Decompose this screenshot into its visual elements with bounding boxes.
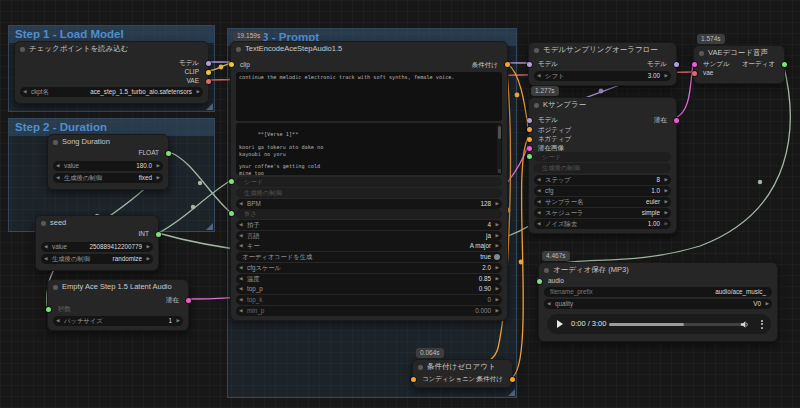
widget-top-k[interactable]: ◀ top_k 0 ▶ bbox=[236, 295, 502, 305]
play-button-icon[interactable] bbox=[557, 320, 563, 328]
arrow-right-icon[interactable]: ▶ bbox=[146, 242, 150, 252]
arrow-right-icon[interactable]: ▶ bbox=[495, 284, 499, 294]
widget-cfg-scale[interactable]: ◀ cfgスケール 2.0 ▶ bbox=[236, 263, 502, 273]
collapse-dot-icon[interactable] bbox=[544, 268, 549, 273]
node-ksampler[interactable]: Kサンプラー モデル 潜在 ポジティブ ネガティブ 潜在画像 シード 生成後の制… bbox=[528, 97, 677, 234]
arrow-left-icon[interactable]: ◀ bbox=[239, 274, 243, 284]
arrow-left-icon[interactable]: ◀ bbox=[547, 299, 551, 309]
arrow-left-icon[interactable]: ◀ bbox=[537, 71, 541, 81]
arrow-right-icon[interactable]: ▶ bbox=[495, 241, 499, 251]
lyrics-textarea[interactable]: **[Verse 1]** koori ga tokeru oto dake n… bbox=[236, 123, 502, 175]
input-port-samples[interactable] bbox=[692, 62, 697, 67]
output-port-model[interactable] bbox=[674, 62, 679, 67]
widget-bpm[interactable]: ◀ BPM 128 ▶ bbox=[236, 199, 502, 209]
widget-generate-audio-codes-toggle[interactable]: オーディオコードを生成 true bbox=[236, 252, 502, 262]
arrow-right-icon[interactable]: ▶ bbox=[664, 197, 668, 207]
widget-ckpt-name[interactable]: ◀ ckpt名 ace_step_1.5_turbo_aio.safetenso… bbox=[20, 87, 203, 97]
arrow-left-icon[interactable]: ◀ bbox=[239, 295, 243, 305]
arrow-left-icon[interactable]: ◀ bbox=[537, 186, 541, 196]
input-port-audio[interactable] bbox=[537, 279, 542, 284]
arrow-left-icon[interactable]: ◀ bbox=[239, 306, 243, 316]
arrow-left-icon[interactable]: ◀ bbox=[537, 197, 541, 207]
output-port-conditioning[interactable] bbox=[505, 62, 510, 67]
node-title-bar[interactable]: オーディオ保存 (MP3) bbox=[539, 263, 777, 276]
arrow-left-icon[interactable]: ◀ bbox=[239, 284, 243, 294]
widget-denoise[interactable]: ◀ ノイズ除去 1.00 ▶ bbox=[534, 219, 671, 229]
node-title-bar[interactable]: Song Duration bbox=[48, 135, 168, 148]
node-title-bar[interactable]: Kサンプラー bbox=[529, 98, 676, 111]
input-port-positive[interactable] bbox=[527, 127, 532, 132]
output-port-float[interactable] bbox=[166, 151, 171, 156]
node-seed[interactable]: seed INT ◀ value 250889412200779 ▶ ◀ 生成後… bbox=[35, 215, 159, 271]
arrow-left-icon[interactable]: ◀ bbox=[239, 231, 243, 241]
node-save-audio-mp3[interactable]: オーディオ保存 (MP3) audio filename_prefix audi… bbox=[538, 262, 778, 342]
arrow-left-icon[interactable]: ◀ bbox=[239, 263, 243, 273]
arrow-right-icon[interactable]: ▶ bbox=[196, 87, 200, 97]
widget-control-after-generate[interactable]: ◀ 生成後の制御 fixed ▶ bbox=[53, 173, 163, 183]
widget-scheduler[interactable]: ◀ スケジューラ simple ▶ bbox=[534, 208, 671, 218]
input-port-clip[interactable] bbox=[229, 62, 234, 67]
widget-control-after-generate[interactable]: ◀ 生成後の制御 randomize ▶ bbox=[41, 254, 153, 264]
audio-player[interactable]: 0:00 / 3:00 bbox=[547, 314, 771, 334]
output-port-latent[interactable] bbox=[674, 118, 679, 123]
input-port-negative[interactable] bbox=[527, 137, 532, 142]
widget-cfg[interactable]: ◀ cfg 1.0 ▶ bbox=[534, 186, 671, 196]
input-port-model[interactable] bbox=[527, 62, 532, 67]
node-model-sampling-auraflow[interactable]: モデルサンプリングオーラフロー モデル モデル ◀ シフト 3.00 ▶ bbox=[528, 42, 677, 86]
arrow-right-icon[interactable]: ▶ bbox=[495, 263, 499, 273]
widget-quality[interactable]: ◀ quality V0 ▶ bbox=[544, 299, 772, 309]
player-menu-icon[interactable] bbox=[761, 320, 763, 331]
scrollbar[interactable] bbox=[497, 124, 501, 174]
scrollbar-thumb[interactable] bbox=[498, 126, 501, 139]
arrow-right-icon[interactable]: ▶ bbox=[664, 175, 668, 185]
collapse-dot-icon[interactable] bbox=[20, 47, 25, 52]
collapse-dot-icon[interactable] bbox=[534, 103, 539, 108]
node-title-bar[interactable]: VAEデコード音声 bbox=[694, 46, 784, 59]
arrow-left-icon[interactable]: ◀ bbox=[56, 173, 60, 183]
arrow-left-icon[interactable]: ◀ bbox=[239, 241, 243, 251]
input-port-vae[interactable] bbox=[692, 71, 697, 76]
arrow-right-icon[interactable]: ▶ bbox=[495, 306, 499, 316]
output-port-int[interactable] bbox=[156, 232, 161, 237]
widget-seed-input[interactable]: シード bbox=[236, 177, 502, 187]
collapse-dot-icon[interactable] bbox=[53, 140, 58, 145]
arrow-left-icon[interactable]: ◀ bbox=[239, 220, 243, 230]
widget-seed-value[interactable]: ◀ value 250889412200779 ▶ bbox=[41, 242, 153, 252]
arrow-left-icon[interactable]: ◀ bbox=[23, 87, 27, 97]
arrow-right-icon[interactable]: ▶ bbox=[495, 295, 499, 305]
widget-length-input[interactable]: 長さ bbox=[236, 209, 502, 219]
volume-icon[interactable] bbox=[740, 320, 749, 329]
arrow-right-icon[interactable]: ▶ bbox=[495, 231, 499, 241]
output-port-clip[interactable] bbox=[206, 70, 211, 75]
node-load-checkpoint[interactable]: チェックポイントを読み込む モデル CLIP VAE ◀ ckpt名 ace_s… bbox=[14, 41, 209, 104]
widget-sampler-name[interactable]: ◀ サンプラー名 euler ▶ bbox=[534, 197, 671, 207]
widget-control-after-generate[interactable]: 生成後の制御 bbox=[236, 188, 502, 198]
arrow-left-icon[interactable]: ◀ bbox=[239, 199, 243, 209]
collapse-dot-icon[interactable] bbox=[534, 48, 539, 53]
input-port-seconds[interactable] bbox=[46, 307, 51, 312]
output-port-conditioning[interactable] bbox=[510, 377, 515, 382]
input-port-conditioning[interactable] bbox=[411, 377, 416, 382]
collapse-dot-icon[interactable] bbox=[699, 51, 704, 56]
arrow-left-icon[interactable]: ◀ bbox=[44, 254, 48, 264]
input-port-seed[interactable] bbox=[229, 179, 234, 184]
node-title-bar[interactable]: seed bbox=[36, 216, 158, 229]
node-title-bar[interactable]: Empty Ace Step 1.5 Latent Audio bbox=[48, 280, 188, 293]
node-title-bar[interactable]: チェックポイントを読み込む bbox=[15, 42, 208, 55]
input-port-length[interactable] bbox=[229, 211, 234, 216]
node-vae-decode-audio[interactable]: VAEデコード音声 サンプル オーディオ vae bbox=[693, 45, 785, 84]
node-text-encode-ace-step[interactable]: TextEncodeAceStepAudio1.5 clip 条件付け cont… bbox=[230, 41, 508, 321]
arrow-right-icon[interactable]: ▶ bbox=[495, 274, 499, 284]
collapse-dot-icon[interactable] bbox=[236, 47, 241, 52]
widget-seed-input[interactable]: シード bbox=[534, 152, 671, 162]
arrow-right-icon[interactable]: ▶ bbox=[664, 219, 668, 229]
output-port-latent[interactable] bbox=[186, 298, 191, 303]
node-empty-latent-audio[interactable]: Empty Ace Step 1.5 Latent Audio 潜在 秒数 ◀ … bbox=[47, 279, 189, 331]
widget-steps[interactable]: ◀ ステップ 8 ▶ bbox=[534, 175, 671, 185]
widget-filename-prefix[interactable]: filename_prefix audio/ace_music_ bbox=[544, 287, 772, 297]
widget-meter[interactable]: ◀ 拍子 4 ▶ bbox=[236, 220, 502, 230]
node-title-bar[interactable]: 条件付けゼロアウト bbox=[413, 360, 512, 373]
arrow-left-icon[interactable]: ◀ bbox=[537, 175, 541, 185]
widget-language[interactable]: ◀ 言語 ja ▶ bbox=[236, 231, 502, 241]
player-seek-bar[interactable] bbox=[609, 323, 745, 326]
